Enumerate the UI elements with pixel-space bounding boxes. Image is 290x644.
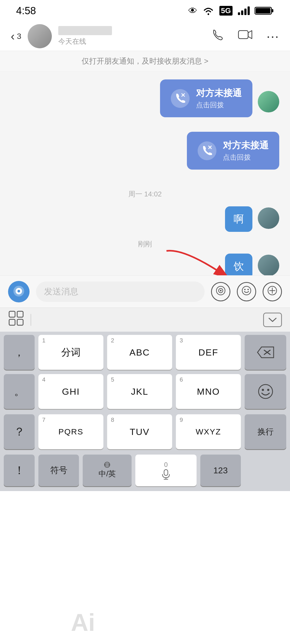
back-button[interactable]: ‹ 3 <box>11 30 21 43</box>
sound-icon <box>216 286 226 298</box>
emoji-button[interactable] <box>237 282 256 301</box>
missed-call-row-2: 对方未接通 点击回拨 <box>11 132 279 176</box>
notification-text: 仅打开朋友通知，及时接收朋友消息 <box>82 56 202 66</box>
message-row-2-wrapper: 饮 已送达 <box>11 254 279 275</box>
ai-text: Ai <box>71 609 95 636</box>
plus-button[interactable] <box>263 282 282 301</box>
key-1-fenci[interactable]: 1 分词 <box>38 335 103 370</box>
svg-rect-28 <box>9 319 15 325</box>
5g-icon: 5G <box>219 6 233 16</box>
key-7-pqrs[interactable]: 7 PQRS <box>38 414 103 449</box>
message-bubble-2[interactable]: 饮 <box>225 254 252 275</box>
key-emoji[interactable] <box>245 374 286 409</box>
wifi-icon <box>202 6 215 16</box>
key-lang[interactable]: 中/英 <box>83 455 132 486</box>
key-comma[interactable]: ， <box>4 335 35 370</box>
key-3-def[interactable]: 3 DEF <box>176 335 241 370</box>
input-bar: 发送消息 <box>0 275 290 308</box>
missed-call-row-1: 对方未接通 点击回拨 <box>11 79 279 124</box>
key-symbol[interactable]: 符号 <box>38 455 79 486</box>
message-row-2: 饮 <box>11 254 279 275</box>
notification-arrow-icon: > <box>204 57 208 65</box>
key-period[interactable]: 。 <box>4 374 35 409</box>
svg-rect-26 <box>9 311 15 317</box>
key-123[interactable]: 123 <box>200 455 241 486</box>
missed-call-text-2: 对方未接通 点击回拨 <box>223 139 269 162</box>
back-arrow-icon: ‹ <box>11 30 15 43</box>
more-options-icon[interactable]: ··· <box>266 28 279 44</box>
keyboard-row-2: 。 4 GHI 5 JKL 6 MNO <box>0 373 290 413</box>
message-input[interactable]: 发送消息 <box>36 281 205 302</box>
contact-avatar <box>28 24 52 48</box>
svg-point-34 <box>267 389 269 391</box>
svg-rect-4 <box>248 6 250 15</box>
notification-banner[interactable]: 仅打开朋友通知，及时接收朋友消息 > <box>0 51 290 71</box>
key-delete[interactable] <box>245 335 286 370</box>
contact-info: 今天在线 <box>58 26 205 46</box>
back-badge: 3 <box>17 32 21 41</box>
signal-icon <box>237 6 250 16</box>
keyboard: ， 1 分词 2 ABC 3 DEF 。 <box>0 332 290 491</box>
contact-status: 今天在线 <box>58 37 205 46</box>
eye-icon: 👁 <box>188 6 197 16</box>
status-icons: 👁 5G <box>188 6 274 16</box>
svg-rect-2 <box>241 10 243 15</box>
missed-call-bubble-1[interactable]: 对方未接通 点击回拨 <box>160 79 252 117</box>
svg-rect-7 <box>256 8 270 13</box>
svg-point-33 <box>262 389 264 391</box>
svg-point-0 <box>208 13 209 15</box>
svg-rect-8 <box>238 31 248 39</box>
contact-name <box>58 26 112 35</box>
header: ‹ 3 今天在线 ··· <box>0 21 290 51</box>
svg-rect-37 <box>164 470 168 475</box>
key-0-mic[interactable]: 0 <box>135 455 196 486</box>
missed-call-bubble-2[interactable]: 对方未接通 点击回拨 <box>187 132 279 170</box>
message-bubble-1[interactable]: 啊 <box>225 206 252 232</box>
voice-record-icon <box>13 285 25 298</box>
svg-point-20 <box>242 286 251 295</box>
svg-point-19 <box>220 290 222 291</box>
svg-point-16 <box>17 290 20 292</box>
keyboard-row-1: ， 1 分词 2 ABC 3 DEF <box>0 332 290 373</box>
call-missed-icon-2 <box>198 141 216 160</box>
svg-point-32 <box>259 385 273 398</box>
svg-rect-6 <box>272 9 273 12</box>
input-placeholder: 发送消息 <box>44 286 78 298</box>
key-8-tuv[interactable]: 8 TUV <box>107 414 172 449</box>
keyboard-collapse-button[interactable] <box>263 313 282 327</box>
key-question[interactable]: ？ <box>4 414 35 449</box>
plus-icon <box>267 286 277 298</box>
key-6-mno[interactable]: 6 MNO <box>176 374 241 409</box>
call-missed-icon-1 <box>171 89 190 108</box>
sound-button[interactable] <box>211 282 230 301</box>
svg-rect-1 <box>238 12 240 15</box>
svg-rect-27 <box>17 311 23 317</box>
key-newline[interactable]: 换行 <box>245 414 286 449</box>
svg-rect-29 <box>17 319 23 325</box>
sender-avatar-2 <box>258 207 279 229</box>
svg-point-22 <box>248 289 249 290</box>
voice-button[interactable] <box>8 281 30 302</box>
header-actions: ··· <box>211 28 279 45</box>
key-2-abc[interactable]: 2 ABC <box>107 335 172 370</box>
sender-avatar-3 <box>258 255 279 275</box>
sender-avatar-1 <box>258 91 279 112</box>
svg-rect-3 <box>244 9 247 15</box>
chat-area: 对方未接通 点击回拨 对方未接通 点击回拨 <box>0 71 290 275</box>
just-now-label: 刚刚 <box>11 239 279 249</box>
key-9-wxyz[interactable]: 9 WXYZ <box>176 414 241 449</box>
key-exclaim[interactable]: ！ <box>4 455 35 486</box>
key-4-ghi[interactable]: 4 GHI <box>38 374 103 409</box>
keyboard-row-3: ？ 7 PQRS 8 TUV 9 WXYZ 换行 <box>0 413 290 453</box>
ai-label-area: Ai <box>53 601 113 644</box>
status-bar: 4:58 👁 5G <box>0 0 290 21</box>
phone-call-icon[interactable] <box>211 28 224 45</box>
keyboard-toolbar <box>0 308 290 332</box>
battery-icon <box>255 6 274 16</box>
keyboard-grid-icon[interactable] <box>8 310 24 330</box>
message-row-1: 啊 <box>11 206 279 232</box>
emoji-icon <box>241 286 252 298</box>
key-5-jkl[interactable]: 5 JKL <box>107 374 172 409</box>
video-call-icon[interactable] <box>238 28 253 45</box>
status-time: 4:58 <box>16 5 36 17</box>
